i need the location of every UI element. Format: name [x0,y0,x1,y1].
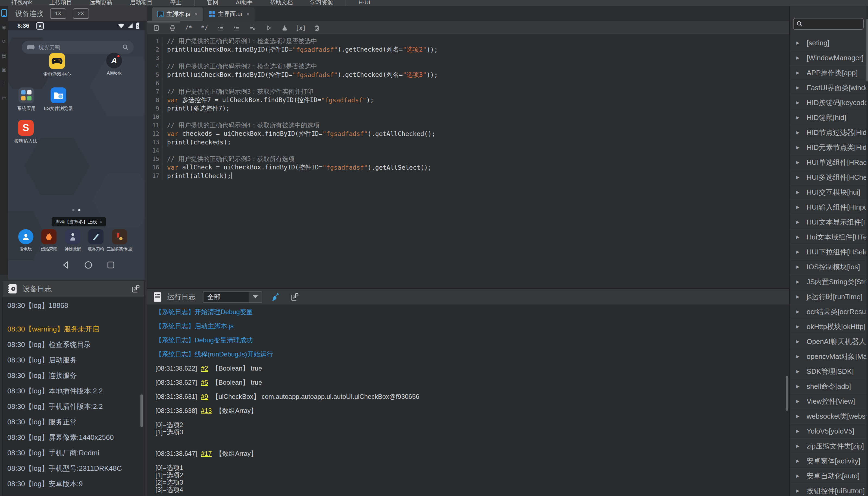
menu-item-启动项目[interactable]: 启动项目 [121,0,162,6]
api-item-ocr结果类[ocrResult][interactable]: ▶ocr结果类[ocrResult] [790,304,868,319]
app-icon[interactable]: A [106,53,122,68]
trash-icon[interactable] [313,24,321,32]
menu-item-打包apk[interactable]: 打包apk [3,0,41,6]
device-log-scrollbar[interactable] [140,394,143,427]
outdent-icon[interactable] [216,24,225,32]
expand-arrow-icon[interactable]: ▶ [796,56,807,60]
log-ref-link[interactable]: #9 [201,393,208,400]
api-item-HUI输入组件[HInput][interactable]: ▶HUI输入组件[HInput] [790,200,868,215]
expand-arrow-icon[interactable]: ▶ [796,354,807,359]
expand-arrow-icon[interactable]: ▶ [796,85,807,90]
comment-open-icon[interactable]: /* [184,24,193,32]
menu-item-学习资源[interactable]: 学习资源 [302,0,342,6]
scale-1x-button[interactable]: 1X [50,9,66,19]
app-搜狗输入法[interactable]: S搜狗输入法 [10,120,42,144]
run-log-body[interactable]: 【系统日志】开始清理Debug变量【系统日志】启动主脚本.js【系统日志】Deb… [147,305,789,496]
app-ES文件浏览器[interactable]: ES文件浏览器 [43,88,74,112]
magnifier-icon[interactable] [122,44,129,50]
format-code-icon[interactable] [248,24,257,32]
api-item-websocket类[websoc[interactable]: ▶websocket类[websoc [790,409,868,424]
api-item-安卓自动化[auto][interactable]: ▶安卓自动化[auto] [790,469,868,483]
nav-back-button[interactable] [60,259,72,271]
more-vertical-icon[interactable]: ⋮ [0,77,8,91]
comment-close-icon[interactable]: */ [200,24,209,32]
app-icon[interactable] [18,229,33,244]
code-line[interactable]: 2printl(uiCheckBox.findByID(控件ID="fgsadf… [147,45,789,54]
api-item-Hui文本域组件[HTextA[interactable]: ▶Hui文本域组件[HTextA [790,230,868,245]
expand-arrow-icon[interactable]: ▶ [796,414,807,419]
api-item-HUI多选组件[HCheck][interactable]: ▶HUI多选组件[HCheck] [790,170,868,185]
expand-arrow-icon[interactable]: ▶ [796,145,807,150]
expand-arrow-icon[interactable]: ▶ [796,279,807,284]
nav-recents-button[interactable] [105,259,117,271]
api-search-input[interactable] [805,20,861,28]
code-line[interactable]: 16var allCheck = uiCheckBox.findByID(控件I… [147,163,789,172]
api-item-View控件[View][interactable]: ▶View控件[View] [790,394,868,409]
device-phone-icon[interactable] [0,6,8,20]
code-line[interactable]: 5printl(uiCheckBox.findByID(控件ID="fgsadf… [147,71,789,79]
menu-item-上传项目[interactable]: 上传项目 [41,0,81,6]
code-line[interactable]: 7// 用户提供的正确代码示例3：获取控件实例并打印 [147,88,789,96]
expand-arrow-icon[interactable]: ▶ [796,205,807,210]
app-雷电游戏中心[interactable]: 雷电游戏中心 [41,53,73,77]
log-filter-dropdown[interactable]: 全部 [203,291,262,303]
tab-close-icon[interactable]: × [195,11,198,17]
api-item-[WindowManager][interactable]: ▶[WindowManager] [790,50,868,65]
log-ref-link[interactable]: #17 [201,450,212,457]
tab-close-icon[interactable]: × [246,11,250,17]
expand-arrow-icon[interactable]: ▶ [796,474,807,478]
code-line[interactable]: 4// 用户提供的正确代码示例2：检查选项3是否被选中 [147,62,789,71]
api-item-JS内置String类[String[interactable]: ▶JS内置String类[String [790,275,868,290]
menu-item-远程更新[interactable]: 远程更新 [81,0,121,6]
expand-arrow-icon[interactable]: ▶ [796,384,807,389]
tab-main-script[interactable]: JS 主脚本.js × [152,7,203,21]
app-三国群英传:重[interactable]: 三国群英传:重 [104,229,135,252]
code-line[interactable]: 3 [147,54,789,62]
api-item-shell命令[adb][interactable]: ▶shell命令[adb] [790,379,868,394]
api-item-js运行时[runTime][interactable]: ▶js运行时[runTime] [790,290,868,304]
app-icon[interactable] [41,229,57,244]
app-icon[interactable] [65,229,80,244]
expand-arrow-icon[interactable]: ▶ [796,309,807,314]
expand-arrow-icon[interactable]: ▶ [796,369,807,374]
menu-item-停止[interactable]: 停止 [162,0,190,6]
api-item-HUI文本显示组件[Htex[interactable]: ▶HUI文本显示组件[Htex [790,215,868,230]
code-line[interactable]: 9printl(多选控件7); [147,104,789,113]
api-item-OpenAI聊天机器人[ch[interactable]: ▶OpenAI聊天机器人[ch [790,334,868,349]
api-item-HUI交互模块[hui][interactable]: ▶HUI交互模块[hui] [790,185,868,200]
expand-arrow-icon[interactable]: ▶ [796,489,807,493]
code-editor[interactable]: 1// 用户提供的正确代码示例1：检查选项2是否被选中2printl(uiChe… [147,35,789,288]
code-line[interactable]: 15// 用户提供的正确代码示例5：获取所有选项 [147,155,789,163]
api-item-SDK管理[SDK][interactable]: ▶SDK管理[SDK] [790,364,868,379]
indent-icon[interactable] [232,24,241,32]
api-item-HID键鼠[hid][interactable]: ▶HID键鼠[hid] [790,110,868,125]
expand-icon[interactable] [290,293,299,301]
menu-item-H-UI[interactable]: H-UI [350,0,379,6]
tab-main-ui[interactable]: 主界面.ui × [204,7,255,21]
clear-variables-icon[interactable]: [x] [296,24,305,32]
device-log-list[interactable]: 08:30【log】1886808:30【warning】服务未开启08:30【… [2,297,144,496]
expand-arrow-icon[interactable]: ▶ [796,294,807,299]
app-icon[interactable]: S [18,120,34,136]
app-系统应用[interactable]: 系统应用 [11,88,42,112]
code-line[interactable]: 11// 用户提供的正确代码示例4：获取所有被选中的选项 [147,121,789,129]
scale-2x-button[interactable]: 2X [73,9,89,19]
app-icon[interactable] [18,88,34,103]
app-icon[interactable] [50,88,66,103]
api-item-HUI单选组件[HRadio][interactable]: ▶HUI单选组件[HRadio] [790,155,868,170]
expand-arrow-icon[interactable]: ▶ [796,235,807,239]
api-item-[seting][interactable]: ▶[seting] [790,35,868,50]
api-item-安卓窗体[activity][interactable]: ▶安卓窗体[activity] [790,454,868,469]
app-icon[interactable] [49,53,65,69]
expand-arrow-icon[interactable]: ▶ [796,100,807,105]
api-item-FastUI界面类[window[interactable]: ▶FastUI界面类[window [790,80,868,95]
api-item-okHttp模块[okHttp][interactable]: ▶okHttp模块[okHttp] [790,319,868,334]
expand-arrow-icon[interactable]: ▶ [796,160,807,165]
terminal-icon[interactable]: ▭ [0,91,8,105]
api-item-zip压缩文件类[zip][interactable]: ▶zip压缩文件类[zip] [790,439,868,454]
code-line[interactable]: 6 [147,79,789,88]
menu-item-AI助手[interactable]: AI助手 [227,0,261,6]
expand-arrow-icon[interactable]: ▶ [796,264,807,269]
log-ref-link[interactable]: #5 [201,379,208,386]
code-line[interactable]: 14 [147,146,789,155]
